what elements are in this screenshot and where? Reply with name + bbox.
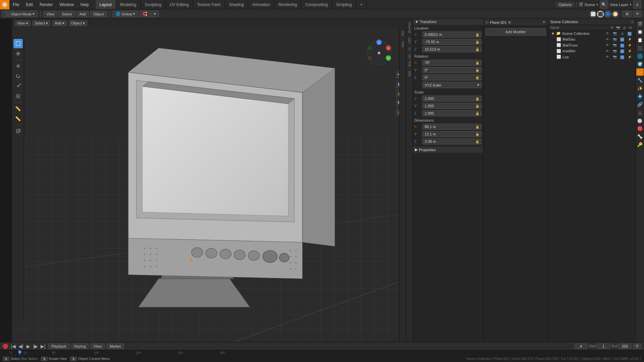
view-menu-tl[interactable]: View: [91, 344, 105, 349]
prop-tab-material[interactable]: ⬤: [636, 117, 644, 124]
prop-tab-constraints[interactable]: 🔗: [636, 101, 644, 108]
scene-item-loa[interactable]: ⬜ Loa 👁 📷 ✓ ⚡: [548, 54, 635, 60]
snap-toggle[interactable]: 🧲: [140, 11, 150, 17]
annotate-tool[interactable]: ✏️: [13, 104, 23, 113]
vp-add-menu[interactable]: Add ▾: [52, 20, 67, 26]
context-key[interactable]: 🖱: [70, 357, 77, 361]
tab-uv-editing[interactable]: UV Editing: [166, 0, 193, 9]
modifier-check[interactable]: ✓: [620, 49, 624, 53]
step-forward-btn[interactable]: |▶: [32, 343, 39, 350]
prop-tab-object[interactable]: ▷: [636, 68, 644, 76]
overlay-btn[interactable]: ⊞: [623, 11, 632, 17]
step-back-btn[interactable]: ◀|: [17, 343, 24, 350]
start-frame-input[interactable]: 1: [597, 344, 610, 349]
transform-tool[interactable]: [13, 92, 23, 101]
tab-compositing[interactable]: Compositing: [301, 0, 332, 9]
menu-render[interactable]: Render: [36, 0, 56, 9]
prop-tab-output[interactable]: 📋: [636, 36, 644, 44]
tab-sculpting[interactable]: Sculpting: [141, 0, 166, 9]
play-btn[interactable]: ▶: [25, 343, 32, 350]
dim-y-value[interactable]: 13.1 m 🔒: [422, 131, 482, 137]
loa-check[interactable]: ✓: [620, 55, 624, 59]
vp-select-menu[interactable]: Select ▾: [33, 20, 51, 26]
prop-tab-data[interactable]: △: [636, 109, 644, 116]
strip-tool[interactable]: Tool: [400, 29, 405, 39]
snap-options[interactable]: ▾: [151, 11, 159, 17]
prop-tab-bone-constraint[interactable]: 🔑: [636, 141, 644, 148]
search-btn[interactable]: 🔍: [600, 1, 608, 9]
menu-window[interactable]: Window: [56, 0, 77, 9]
prop-tab-shader[interactable]: 🔴: [636, 125, 644, 132]
shading-material[interactable]: 🔵: [604, 11, 611, 17]
strip-ai[interactable]: AI: [407, 46, 412, 53]
filter-btn[interactable]: ≡: [633, 1, 641, 9]
add-cube-tool[interactable]: [13, 126, 23, 136]
rotate-tool[interactable]: [13, 71, 23, 81]
prop-tab-particles[interactable]: ✨: [636, 84, 644, 92]
gizmo-btn[interactable]: ⟳: [633, 11, 642, 17]
prop-tab-modifier2[interactable]: 🔧: [636, 76, 644, 84]
transform-header[interactable]: ▼ Transform: [413, 19, 483, 25]
mode-selector[interactable]: ⬛ Object Mode ▾: [2, 11, 38, 17]
record-btn[interactable]: [3, 344, 8, 349]
rot-x-value[interactable]: 78° 🔒: [422, 60, 482, 66]
scene-root-check[interactable]: ✓: [628, 32, 632, 36]
playback-menu[interactable]: Playback: [48, 344, 69, 349]
scale-x-value[interactable]: 1.000 🔒: [422, 96, 482, 102]
prop-tab-scene2[interactable]: 🌐: [636, 52, 644, 60]
keying-menu[interactable]: Keying: [71, 344, 89, 349]
select-box-tool[interactable]: [13, 39, 23, 48]
rot-mode-dropdown[interactable]: XYZ Euler ▾: [422, 82, 482, 88]
scene-filter-icon[interactable]: ≡: [631, 20, 633, 24]
vp-view-menu[interactable]: View ▾: [15, 20, 31, 26]
properties-header[interactable]: ▶ Properties: [413, 146, 483, 153]
scene-item-modifier[interactable]: ⬜ modifier 👁 📷 ✓ ⚡: [548, 48, 635, 54]
object-name-display[interactable]: ▷ Plane.001 ⊞: [486, 20, 511, 24]
loc-x-value[interactable]: 0.49021 m 🔒: [422, 32, 482, 38]
menu-help[interactable]: Help: [77, 0, 92, 9]
dim-z-value[interactable]: 3.48 m 🔒: [422, 138, 482, 144]
add-menu[interactable]: Add: [76, 11, 89, 17]
scene-item-matsau[interactable]: ⬜ MatSau 👁 📷 ✓ ⚡: [548, 37, 635, 43]
nav-gizmo[interactable]: Z Y X: [366, 40, 392, 66]
scale-y-value[interactable]: 1.000 🔒: [422, 103, 482, 109]
prop-tab-rendersettings[interactable]: 🔲: [636, 28, 644, 36]
tab-add[interactable]: +: [356, 0, 367, 9]
tab-shading[interactable]: Shading: [225, 0, 248, 9]
jump-end-btn[interactable]: ▶|: [40, 343, 46, 350]
measure-tool[interactable]: 📏: [13, 114, 23, 123]
view-menu[interactable]: View: [43, 11, 57, 17]
add-modifier-btn[interactable]: Add Modifier: [485, 28, 546, 36]
rot-z-value[interactable]: 0° 🔒: [422, 74, 482, 80]
scene-selector[interactable]: 🎬 Scene ▾: [579, 2, 598, 7]
strip-bab[interactable]: BaB: [407, 69, 412, 78]
strip-boo[interactable]: Boo...ran: [407, 52, 412, 69]
tab-rendering[interactable]: Rendering: [274, 0, 301, 9]
prop-tab-world[interactable]: 🌍: [636, 60, 644, 68]
prop-tab-physics[interactable]: 💠: [636, 93, 644, 100]
cursor-tool[interactable]: [13, 49, 23, 58]
matsau-check[interactable]: ✓: [620, 38, 624, 42]
jump-start-btn[interactable]: |◀: [10, 343, 17, 350]
menu-edit[interactable]: Edit: [22, 0, 36, 9]
current-frame-input[interactable]: 4: [574, 344, 588, 349]
strip-view[interactable]: View: [400, 39, 405, 50]
options-btn[interactable]: Options: [556, 2, 574, 7]
view-layer-selector[interactable]: View Layer ▾: [610, 3, 631, 7]
dim-x-value[interactable]: 88.1 m 🔒: [422, 124, 482, 130]
prop-tab-view-layer[interactable]: ⬛: [636, 44, 644, 52]
move-tool[interactable]: [13, 61, 23, 71]
tab-layout[interactable]: Layout: [96, 0, 116, 9]
fps-display[interactable]: ⏱: [633, 344, 641, 349]
coord-system[interactable]: 🌐 Global ▾: [113, 11, 138, 17]
tab-modeling[interactable]: Modeling: [116, 0, 141, 9]
shading-rendered[interactable]: 🌕: [612, 11, 619, 17]
shading-wire[interactable]: ⬜: [590, 11, 596, 17]
strip-3dprint[interactable]: 3D-Print: [407, 20, 412, 35]
prop-tab-bone[interactable]: 🦴: [636, 133, 644, 140]
loc-y-value[interactable]: -79.55 m 🔒: [422, 39, 482, 45]
tab-texture-paint[interactable]: Texture Paint: [193, 0, 225, 9]
mattruoc-check[interactable]: ✓: [620, 44, 624, 48]
menu-file[interactable]: File: [9, 0, 22, 9]
scale-z-value[interactable]: 1.000 🔒: [422, 110, 482, 116]
